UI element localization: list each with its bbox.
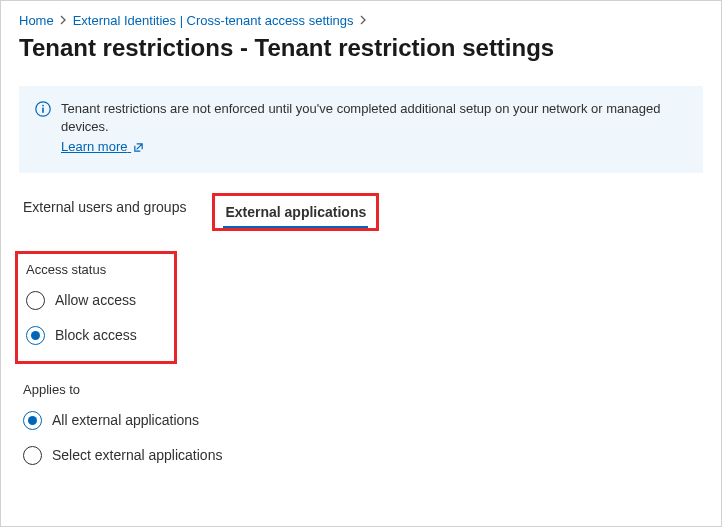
tab-external-applications[interactable]: External applications (223, 198, 368, 228)
external-link-icon (133, 141, 144, 156)
radio-block-access-label: Block access (55, 327, 137, 343)
breadcrumb-external-identities[interactable]: External Identities | Cross-tenant acces… (73, 13, 354, 28)
tabs: External users and groups External appli… (19, 193, 703, 231)
info-icon (35, 101, 51, 117)
info-banner-text: Tenant restrictions are not enforced unt… (61, 101, 660, 134)
radio-all-external-applications[interactable]: All external applications (19, 403, 703, 438)
learn-more-link[interactable]: Learn more (61, 139, 144, 154)
radio-icon (23, 411, 42, 430)
breadcrumb: Home External Identities | Cross-tenant … (19, 13, 703, 28)
breadcrumb-home[interactable]: Home (19, 13, 54, 28)
chevron-right-icon (360, 14, 367, 28)
tab-external-users-and-groups[interactable]: External users and groups (21, 193, 188, 231)
svg-point-1 (42, 105, 44, 107)
access-status-label: Access status (26, 262, 162, 277)
radio-icon (26, 291, 45, 310)
info-banner: Tenant restrictions are not enforced unt… (19, 86, 703, 173)
tab-external-applications-highlight: External applications (212, 193, 379, 231)
radio-allow-access-label: Allow access (55, 292, 136, 308)
svg-rect-2 (42, 108, 44, 113)
radio-block-access[interactable]: Block access (22, 318, 162, 353)
applies-to-label: Applies to (23, 382, 703, 397)
page-title: Tenant restrictions - Tenant restriction… (19, 34, 703, 62)
radio-allow-access[interactable]: Allow access (22, 283, 162, 318)
radio-select-external-applications[interactable]: Select external applications (19, 438, 703, 473)
radio-icon (23, 446, 42, 465)
radio-icon (26, 326, 45, 345)
access-status-highlight: Access status Allow access Block access (15, 251, 177, 364)
radio-select-external-applications-label: Select external applications (52, 447, 222, 463)
chevron-right-icon (60, 14, 67, 28)
radio-all-external-applications-label: All external applications (52, 412, 199, 428)
